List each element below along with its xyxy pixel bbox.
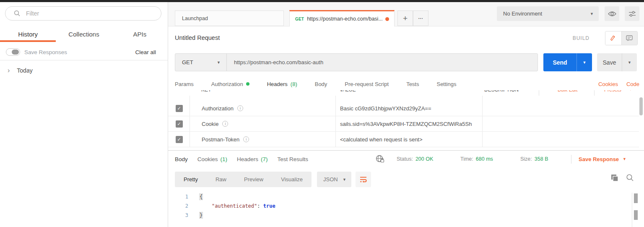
method-selector[interactable]: GET ▼ [175,54,227,71]
send-options-button[interactable]: ▼ [577,53,592,71]
environment-quicklook-button[interactable] [605,6,619,21]
code-link[interactable]: Code [626,81,639,87]
time-label: Time: [460,156,473,162]
tab-strip: Launchpad GET https://postman-echo.com/b… [168,2,644,26]
grid-scrollbar[interactable] [639,97,643,149]
tab-launchpad[interactable]: Launchpad [175,10,284,26]
caret-down-icon: ▼ [590,12,594,16]
header-key: Postman-Token [202,136,239,143]
key-cell[interactable]: Authorization i [190,105,336,112]
header-key: Authorization [202,105,234,112]
sidebar-tab-apis[interactable]: APIs [112,26,168,42]
response-tab-test-results[interactable]: Test Results [278,156,309,162]
bulk-edit-link[interactable]: Bulk Edit [558,90,577,93]
info-icon: i [222,121,228,127]
sliders-icon [628,10,636,17]
status-label: Status: [397,156,413,162]
response-tab-cookies[interactable]: Cookies (1) [197,156,227,162]
tab-authorization[interactable]: Authorization [211,81,249,87]
key-cell[interactable]: Postman-Token i [190,136,336,143]
headers-count-badge: (8) [291,81,297,87]
url-input[interactable]: https://postman-echo.com/basic-auth [227,59,323,65]
grid-scrollbar-thumb[interactable] [639,97,643,115]
save-button[interactable]: Save [597,53,622,71]
network-info-button[interactable] [376,155,385,163]
row-checkbox[interactable]: ✓ [176,120,183,128]
info-icon: i [243,136,249,142]
tab-options-button[interactable]: ••• [413,10,428,26]
sidebar-tab-history[interactable]: History [0,26,56,42]
value-cell[interactable]: Basic cG9zdG1hbjpwYXNzd29yZA== [336,105,483,112]
row-checkbox[interactable]: ✓ [176,105,183,112]
view-preview[interactable]: Preview [235,172,272,187]
info-icon: i [237,105,243,111]
save-responses-toggle[interactable] [6,48,20,56]
header-separator [539,90,539,96]
editor-scroll-divider [632,193,632,227]
clear-all-button[interactable]: Clear all [135,49,156,55]
environment-label: No Environment [503,10,542,17]
view-pretty[interactable]: Pretty [175,172,207,187]
history-group-today[interactable]: › Today [0,64,168,77]
response-tab-headers[interactable]: Headers (7) [237,156,268,162]
save-options-button[interactable]: ▼ [622,53,637,71]
response-body-editor[interactable]: 1 { 2 "authenticated": true 3 } [168,189,644,227]
editor-scrollbar-thumb[interactable] [634,193,638,203]
tab-tests[interactable]: Tests [406,81,419,87]
format-selector[interactable]: JSON ▼ [317,172,351,187]
build-mode-label: BUILD [573,35,589,41]
editor-scrollbar-thumb[interactable] [634,210,638,220]
search-response-button[interactable] [626,174,634,182]
sidebar: History Collections APIs Save Responses … [0,2,168,227]
caret-down-icon: ▼ [217,60,221,65]
caret-down-icon: ▼ [343,177,346,182]
grid-header-clipped: KEY VALUE DESCRIPTION Bulk Edit Presets … [168,90,644,96]
row-check-cell: ✓ [168,120,190,128]
tab-params[interactable]: Params [175,81,194,87]
divider [571,155,571,164]
response-cookies-label: Cookies [197,156,218,162]
view-raw[interactable]: Raw [207,172,235,187]
edit-mode-button[interactable] [605,31,622,45]
tab-settings[interactable]: Settings [436,81,456,87]
tab-body[interactable]: Body [315,81,327,87]
wrap-lines-button[interactable] [356,172,371,187]
comment-mode-button[interactable] [622,31,638,45]
response-time: Time: 680 ms [460,151,493,167]
value-cell[interactable]: <calculated when request is sent> [336,136,483,143]
presets-dropdown[interactable]: Presets [604,90,621,93]
response-view-toolbar: Pretty Raw Preview Visualize JSON ▼ [168,169,644,189]
settings-sliders-button[interactable] [625,6,639,21]
response-tab-body[interactable]: Body [175,156,188,162]
sidebar-tab-collections[interactable]: Collections [56,26,112,42]
save-response-button[interactable]: Save Response ▼ [579,151,626,167]
response-headers-label: Headers [237,156,258,162]
column-value: VALUE [340,90,356,93]
environment-selector[interactable]: No Environment ▼ [497,6,599,21]
method-label: GET [182,59,193,65]
unsaved-dot-icon [385,17,389,21]
header-row-cookie: ✓ Cookie i sails.sid=s%3AVkpwKP8H-TZEMZQ… [168,116,639,132]
search-icon [626,174,634,182]
view-visualize[interactable]: Visualize [272,172,312,187]
new-tab-button[interactable]: + [397,10,413,26]
code-line: 3 } [168,211,644,220]
tab-headers[interactable]: Headers (8) [267,81,297,87]
filter-input[interactable] [26,10,143,17]
send-button[interactable]: Send [543,53,577,71]
toggle-knob [12,50,19,55]
copy-response-button[interactable] [611,174,619,182]
code-line: 2 "authenticated": true [168,201,644,211]
value-cell[interactable]: sails.sid=s%3AVkpwKP8H-TZEMZQCM2SCfWiRa5… [336,121,483,127]
line-number: 3 [168,212,188,218]
eye-icon [608,11,616,17]
key-cell[interactable]: Cookie i [190,121,336,127]
tab-active-request[interactable]: GET https://postman-echo.com/basi... [289,10,395,26]
comment-icon [626,35,633,42]
row-checkbox[interactable]: ✓ [176,136,183,143]
copy-icon [611,174,619,182]
cookies-link[interactable]: Cookies [598,81,618,87]
tab-prerequest-script[interactable]: Pre-request Script [345,81,389,87]
filter-box[interactable] [5,6,161,21]
request-title[interactable]: Untitled Request [175,34,220,41]
